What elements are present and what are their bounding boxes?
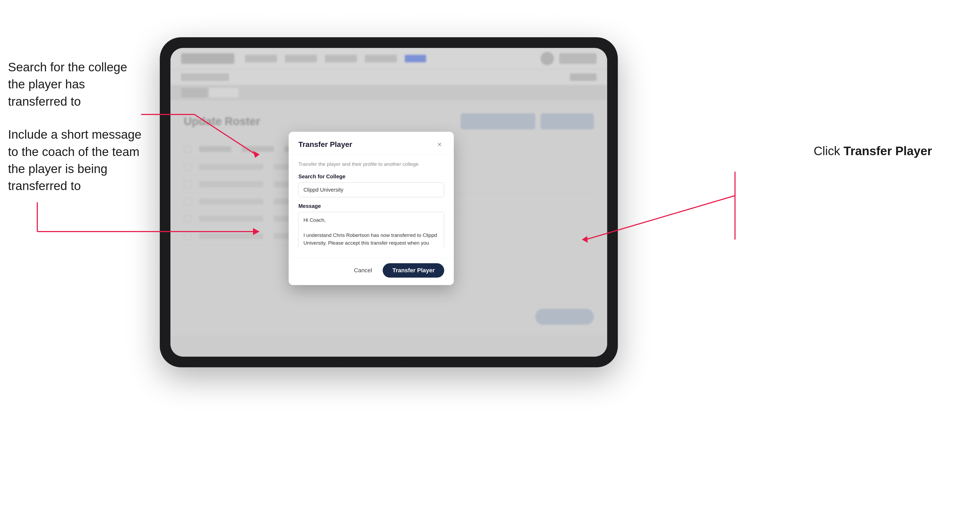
annotation-left-bottom: Include a short message to the coach of … (8, 126, 146, 195)
annotation-right-bold: Transfer Player (844, 144, 932, 158)
transfer-player-button[interactable]: Transfer Player (383, 263, 444, 278)
annotation-left: Search for the college the player has tr… (8, 59, 146, 211)
cancel-button[interactable]: Cancel (348, 264, 377, 277)
annotation-left-top: Search for the college the player has tr… (8, 59, 146, 110)
tablet-screen: Update Roster (170, 48, 607, 357)
modal-footer: Cancel Transfer Player (289, 258, 454, 285)
modal-subtitle: Transfer the player and their profile to… (298, 161, 444, 167)
modal-overlay: Transfer Player × Transfer the player an… (170, 48, 607, 357)
message-textarea[interactable] (298, 212, 444, 249)
message-label: Message (298, 203, 444, 209)
transfer-player-modal: Transfer Player × Transfer the player an… (289, 132, 454, 285)
annotation-right-text: Click (813, 144, 843, 158)
search-college-label: Search for College (298, 173, 444, 179)
modal-body: Transfer the player and their profile to… (289, 155, 454, 258)
annotation-right: Click Transfer Player (813, 144, 932, 158)
search-college-input[interactable] (298, 182, 444, 197)
modal-close-button[interactable]: × (434, 140, 444, 149)
modal-header: Transfer Player × (289, 132, 454, 155)
modal-title: Transfer Player (298, 140, 352, 149)
tablet-frame: Update Roster (160, 37, 618, 367)
